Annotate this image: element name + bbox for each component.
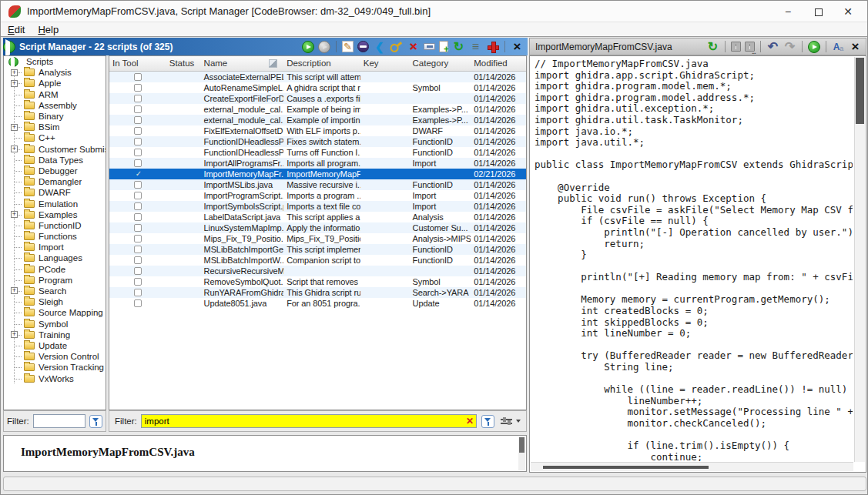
column-header-key[interactable]: Key xyxy=(360,56,410,71)
table-row[interactable]: MSLibBatchImportW...Companion script to … xyxy=(109,255,526,266)
in-tool-checkbox[interactable] xyxy=(134,289,142,296)
in-tool-checkbox[interactable] xyxy=(134,105,142,113)
in-tool-checkbox[interactable] xyxy=(134,73,142,81)
table-row[interactable]: RunYARAFromGhidra...This Ghidra script r… xyxy=(109,287,526,298)
close-icon[interactable] xyxy=(849,40,862,53)
expander-icon[interactable] xyxy=(11,69,18,76)
run-script-icon[interactable] xyxy=(808,41,820,53)
menu-help[interactable]: Help xyxy=(38,23,59,37)
create-column-filter-icon[interactable] xyxy=(481,415,494,428)
tree-item-functionid[interactable]: FunctionID xyxy=(4,220,106,231)
tree-item-languages[interactable]: Languages xyxy=(4,253,106,263)
tree-item-search[interactable]: Search xyxy=(4,286,106,296)
table-row[interactable]: ImportMemoryMapFr...ImportMemoryMapF...0… xyxy=(109,169,526,179)
clear-filter-icon[interactable]: ✕ xyxy=(466,416,474,426)
column-header-status[interactable]: Status xyxy=(166,56,201,71)
horizontal-scrollbar[interactable] xyxy=(531,462,853,471)
in-tool-checkbox[interactable] xyxy=(134,170,142,178)
tree-item-source-mapping[interactable]: Source Mapping xyxy=(4,307,106,318)
tree-item-assembly[interactable]: Assembly xyxy=(4,100,106,111)
tree-item-demangler[interactable]: Demangler xyxy=(4,176,106,187)
in-tool-checkbox[interactable] xyxy=(134,299,142,307)
edit-in-vscode-icon[interactable] xyxy=(373,40,386,53)
tree-item-analysis[interactable]: Analysis xyxy=(4,67,106,78)
in-tool-checkbox[interactable] xyxy=(134,84,142,92)
rename-script-icon[interactable] xyxy=(424,43,435,50)
tree-item-sleigh[interactable]: Sleigh xyxy=(4,296,106,307)
save-as-icon[interactable]: ... xyxy=(745,42,755,52)
tree-item-update[interactable]: Update xyxy=(4,340,106,351)
table-row[interactable]: RecursiveRecursiveM...01/14/2026 xyxy=(109,266,526,276)
in-tool-checkbox[interactable] xyxy=(134,181,142,189)
table-row[interactable]: FunctionIDHeadlessP...Turns off Function… xyxy=(109,147,526,158)
table-row[interactable]: RemoveSymbolQuot...Script that removes .… xyxy=(109,276,526,287)
expander-icon[interactable] xyxy=(11,211,18,218)
filter-options-icon[interactable] xyxy=(501,416,512,426)
key-binding-icon[interactable] xyxy=(387,38,406,56)
table-row[interactable]: ImportAllProgramsFr...Imports all progra… xyxy=(109,158,526,169)
in-tool-checkbox[interactable] xyxy=(134,235,142,242)
table-row[interactable]: LinuxSystemMapImp...Apply the informatio… xyxy=(109,222,526,233)
close-window-button[interactable]: ✕ xyxy=(833,1,863,22)
tree-item-binary[interactable]: Binary xyxy=(4,111,106,122)
vertical-scrollbar[interactable] xyxy=(854,57,865,462)
description-scrollbar[interactable] xyxy=(518,436,525,470)
tree-item-examples[interactable]: Examples xyxy=(4,209,106,220)
column-header-name[interactable]: Name xyxy=(201,56,284,71)
in-tool-checkbox[interactable] xyxy=(134,138,142,145)
tree-item-bsim[interactable]: BSim xyxy=(4,122,106,132)
tree-item-dwarf[interactable]: DWARF xyxy=(4,187,106,198)
save-icon[interactable] xyxy=(731,42,741,52)
tree-item-vxworks[interactable]: VxWorks xyxy=(4,373,106,383)
tree-item-data-types[interactable]: Data Types xyxy=(4,155,106,166)
create-filter-icon[interactable] xyxy=(89,415,102,428)
in-tool-checkbox[interactable] xyxy=(134,192,142,199)
script-table[interactable]: In ToolStatusNameDescriptionKeyCategoryM… xyxy=(109,55,527,410)
in-tool-checkbox[interactable] xyxy=(134,95,142,102)
in-tool-checkbox[interactable] xyxy=(134,159,142,167)
table-row[interactable]: ImportMSLibs.javaMassive recursive i...F… xyxy=(109,179,526,190)
table-row[interactable]: Mips_Fix_T9_Positio...Mips_Fix_T9_Positi… xyxy=(109,233,526,244)
code-area[interactable]: // ImportMemoryMapFromCSV.javaimport ghi… xyxy=(535,59,853,461)
expander-icon[interactable] xyxy=(11,80,18,87)
tree-item-arm[interactable]: ARM xyxy=(4,89,106,100)
table-row[interactable]: external_module_cal...Example of importi… xyxy=(109,115,526,125)
tree-item-symbol[interactable]: Symbol xyxy=(4,319,106,329)
column-header-in-tool[interactable]: In Tool xyxy=(109,56,166,71)
expander-icon[interactable] xyxy=(11,331,18,338)
in-tool-checkbox[interactable] xyxy=(134,224,142,232)
in-tool-checkbox[interactable] xyxy=(134,278,142,286)
table-row[interactable]: CreateExportFileForD...Causes a .exports… xyxy=(109,93,526,104)
in-tool-checkbox[interactable] xyxy=(134,246,142,253)
tree-item-debugger[interactable]: Debugger xyxy=(4,166,106,176)
vertical-scrollbar-thumb[interactable] xyxy=(856,58,864,124)
column-header-category[interactable]: Category xyxy=(410,56,471,71)
tree-item-c[interactable]: C++ xyxy=(4,132,106,143)
refresh-icon[interactable] xyxy=(706,40,719,53)
new-script-icon[interactable] xyxy=(439,41,448,52)
delete-script-icon[interactable] xyxy=(407,40,420,53)
close-icon[interactable] xyxy=(511,40,524,53)
column-header-modified[interactable]: Modified xyxy=(471,56,526,71)
tree-item-version-tracking[interactable]: Version Tracking xyxy=(4,362,106,373)
expander-icon[interactable] xyxy=(11,145,18,152)
menu-edit[interactable]: Edit xyxy=(8,23,25,37)
tree-filter-input[interactable] xyxy=(33,414,85,428)
redo-icon[interactable] xyxy=(783,40,796,53)
tree-item-pcode[interactable]: PCode xyxy=(4,264,106,275)
table-row[interactable]: AssociateExternalPEL...This script will … xyxy=(109,72,526,82)
in-tool-checkbox[interactable] xyxy=(134,116,142,124)
table-row[interactable]: external_module_cal...Example of being i… xyxy=(109,104,526,115)
tree-item-scripts-root[interactable]: Scripts xyxy=(4,56,106,67)
tree-item-emulation[interactable]: Emulation xyxy=(4,198,106,209)
refresh-scripts-icon[interactable] xyxy=(452,40,465,53)
tree-item-customer-submission[interactable]: Customer Submission xyxy=(4,144,106,155)
api-help-icon[interactable] xyxy=(486,40,499,53)
horizontal-scrollbar-thumb[interactable] xyxy=(543,466,709,469)
expander-icon[interactable] xyxy=(11,124,18,131)
table-row[interactable]: FixElfExternalOffsetD...With ELF imports… xyxy=(109,125,526,136)
run-last-script-icon[interactable] xyxy=(318,41,330,53)
run-script-icon[interactable] xyxy=(302,41,314,53)
tree-item-training[interactable]: Training xyxy=(4,329,106,340)
script-directories-icon[interactable] xyxy=(469,40,482,53)
